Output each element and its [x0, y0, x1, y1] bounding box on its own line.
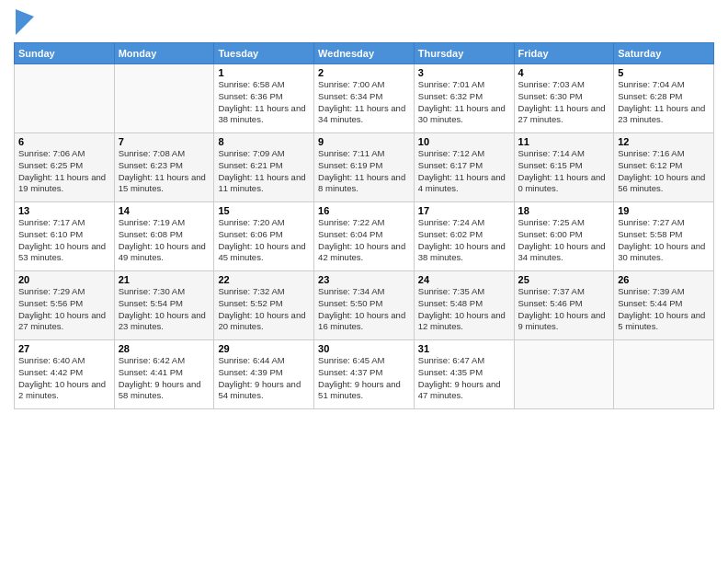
day-info: Sunrise: 7:00 AMSunset: 6:34 PMDaylight:…: [318, 79, 410, 126]
day-number: 25: [518, 274, 610, 285]
day-number: 30: [318, 343, 410, 354]
day-info: Sunrise: 6:58 AMSunset: 6:36 PMDaylight:…: [218, 79, 310, 126]
day-info: Sunrise: 7:06 AMSunset: 6:25 PMDaylight:…: [18, 148, 110, 195]
calendar-cell: 8Sunrise: 7:09 AMSunset: 6:21 PMDaylight…: [214, 133, 314, 202]
day-number: 16: [318, 205, 410, 216]
calendar: SundayMondayTuesdayWednesdayThursdayFrid…: [14, 42, 714, 409]
day-info: Sunrise: 7:11 AMSunset: 6:19 PMDaylight:…: [318, 148, 410, 195]
day-info: Sunrise: 7:16 AMSunset: 6:12 PMDaylight:…: [618, 148, 710, 195]
calendar-cell: 1Sunrise: 6:58 AMSunset: 6:36 PMDaylight…: [214, 64, 314, 133]
calendar-cell: 5Sunrise: 7:04 AMSunset: 6:28 PMDaylight…: [614, 64, 714, 133]
weekday-header: Friday: [514, 43, 614, 64]
day-number: 11: [518, 136, 610, 147]
day-number: 17: [418, 205, 510, 216]
header: [14, 9, 714, 35]
day-info: Sunrise: 6:40 AMSunset: 4:42 PMDaylight:…: [18, 355, 110, 402]
day-info: Sunrise: 7:19 AMSunset: 6:08 PMDaylight:…: [119, 217, 210, 264]
calendar-week-row: 1Sunrise: 6:58 AMSunset: 6:36 PMDaylight…: [15, 64, 714, 133]
day-number: 10: [418, 136, 510, 147]
day-info: Sunrise: 7:14 AMSunset: 6:15 PMDaylight:…: [518, 148, 610, 195]
weekday-header: Saturday: [614, 43, 714, 64]
day-number: 13: [18, 205, 110, 216]
page: SundayMondayTuesdayWednesdayThursdayFrid…: [0, 0, 728, 563]
day-number: 23: [318, 274, 410, 285]
calendar-cell: 6Sunrise: 7:06 AMSunset: 6:25 PMDaylight…: [15, 133, 115, 202]
day-info: Sunrise: 7:22 AMSunset: 6:04 PMDaylight:…: [318, 217, 410, 264]
weekday-header: Sunday: [15, 43, 115, 64]
calendar-week-row: 27Sunrise: 6:40 AMSunset: 4:42 PMDayligh…: [15, 340, 714, 409]
day-info: Sunrise: 6:44 AMSunset: 4:39 PMDaylight:…: [218, 355, 310, 402]
calendar-cell: 25Sunrise: 7:37 AMSunset: 5:46 PMDayligh…: [514, 271, 614, 340]
day-info: Sunrise: 7:09 AMSunset: 6:21 PMDaylight:…: [218, 148, 310, 195]
day-number: 8: [218, 136, 310, 147]
day-info: Sunrise: 7:08 AMSunset: 6:23 PMDaylight:…: [119, 148, 210, 195]
calendar-cell: 10Sunrise: 7:12 AMSunset: 6:17 PMDayligh…: [414, 133, 514, 202]
day-info: Sunrise: 7:17 AMSunset: 6:10 PMDaylight:…: [18, 217, 110, 264]
calendar-cell: [614, 340, 714, 409]
day-number: 15: [218, 205, 310, 216]
calendar-cell: 29Sunrise: 6:44 AMSunset: 4:39 PMDayligh…: [214, 340, 314, 409]
calendar-week-row: 6Sunrise: 7:06 AMSunset: 6:25 PMDaylight…: [15, 133, 714, 202]
weekday-header: Wednesday: [314, 43, 415, 64]
day-number: 31: [418, 343, 510, 354]
day-number: 22: [218, 274, 310, 285]
day-number: 14: [119, 205, 210, 216]
calendar-cell: 28Sunrise: 6:42 AMSunset: 4:41 PMDayligh…: [114, 340, 214, 409]
calendar-cell: 31Sunrise: 6:47 AMSunset: 4:35 PMDayligh…: [414, 340, 514, 409]
calendar-cell: 15Sunrise: 7:20 AMSunset: 6:06 PMDayligh…: [214, 202, 314, 271]
calendar-cell: 16Sunrise: 7:22 AMSunset: 6:04 PMDayligh…: [314, 202, 415, 271]
day-info: Sunrise: 7:04 AMSunset: 6:28 PMDaylight:…: [618, 79, 710, 126]
day-info: Sunrise: 7:01 AMSunset: 6:32 PMDaylight:…: [418, 79, 510, 126]
day-info: Sunrise: 7:35 AMSunset: 5:48 PMDaylight:…: [418, 286, 510, 333]
calendar-cell: 7Sunrise: 7:08 AMSunset: 6:23 PMDaylight…: [114, 133, 214, 202]
calendar-cell: 11Sunrise: 7:14 AMSunset: 6:15 PMDayligh…: [514, 133, 614, 202]
calendar-cell: 24Sunrise: 7:35 AMSunset: 5:48 PMDayligh…: [414, 271, 514, 340]
weekday-header: Thursday: [414, 43, 514, 64]
calendar-cell: 18Sunrise: 7:25 AMSunset: 6:00 PMDayligh…: [514, 202, 614, 271]
day-number: 12: [618, 136, 710, 147]
day-number: 20: [18, 274, 110, 285]
calendar-cell: 9Sunrise: 7:11 AMSunset: 6:19 PMDaylight…: [314, 133, 415, 202]
day-info: Sunrise: 7:39 AMSunset: 5:44 PMDaylight:…: [618, 286, 710, 333]
day-info: Sunrise: 7:29 AMSunset: 5:56 PMDaylight:…: [18, 286, 110, 333]
day-number: 28: [119, 343, 210, 354]
day-info: Sunrise: 6:47 AMSunset: 4:35 PMDaylight:…: [418, 355, 510, 402]
day-info: Sunrise: 7:24 AMSunset: 6:02 PMDaylight:…: [418, 217, 510, 264]
calendar-cell: 4Sunrise: 7:03 AMSunset: 6:30 PMDaylight…: [514, 64, 614, 133]
calendar-cell: 2Sunrise: 7:00 AMSunset: 6:34 PMDaylight…: [314, 64, 415, 133]
calendar-cell: 22Sunrise: 7:32 AMSunset: 5:52 PMDayligh…: [214, 271, 314, 340]
day-number: 24: [418, 274, 510, 285]
calendar-cell: 21Sunrise: 7:30 AMSunset: 5:54 PMDayligh…: [114, 271, 214, 340]
calendar-cell: 19Sunrise: 7:27 AMSunset: 5:58 PMDayligh…: [614, 202, 714, 271]
day-number: 6: [18, 136, 110, 147]
day-info: Sunrise: 7:12 AMSunset: 6:17 PMDaylight:…: [418, 148, 510, 195]
calendar-cell: 14Sunrise: 7:19 AMSunset: 6:08 PMDayligh…: [114, 202, 214, 271]
logo-icon: [16, 9, 34, 35]
calendar-cell: [114, 64, 214, 133]
calendar-cell: [514, 340, 614, 409]
calendar-cell: 3Sunrise: 7:01 AMSunset: 6:32 PMDaylight…: [414, 64, 514, 133]
weekday-header: Monday: [114, 43, 214, 64]
day-number: 5: [618, 67, 710, 78]
calendar-header-row: SundayMondayTuesdayWednesdayThursdayFrid…: [15, 43, 714, 64]
day-number: 2: [318, 67, 410, 78]
day-info: Sunrise: 6:42 AMSunset: 4:41 PMDaylight:…: [119, 355, 210, 402]
day-info: Sunrise: 7:25 AMSunset: 6:00 PMDaylight:…: [518, 217, 610, 264]
day-number: 29: [218, 343, 310, 354]
day-info: Sunrise: 6:45 AMSunset: 4:37 PMDaylight:…: [318, 355, 410, 402]
day-number: 18: [518, 205, 610, 216]
calendar-cell: 30Sunrise: 6:45 AMSunset: 4:37 PMDayligh…: [314, 340, 415, 409]
logo: [14, 9, 34, 35]
day-number: 21: [119, 274, 210, 285]
svg-marker-0: [16, 9, 34, 35]
calendar-week-row: 13Sunrise: 7:17 AMSunset: 6:10 PMDayligh…: [15, 202, 714, 271]
day-info: Sunrise: 7:34 AMSunset: 5:50 PMDaylight:…: [318, 286, 410, 333]
day-number: 26: [618, 274, 710, 285]
calendar-cell: [15, 64, 115, 133]
calendar-cell: 27Sunrise: 6:40 AMSunset: 4:42 PMDayligh…: [15, 340, 115, 409]
day-info: Sunrise: 7:32 AMSunset: 5:52 PMDaylight:…: [218, 286, 310, 333]
day-info: Sunrise: 7:03 AMSunset: 6:30 PMDaylight:…: [518, 79, 610, 126]
calendar-cell: 26Sunrise: 7:39 AMSunset: 5:44 PMDayligh…: [614, 271, 714, 340]
day-number: 27: [18, 343, 110, 354]
calendar-cell: 12Sunrise: 7:16 AMSunset: 6:12 PMDayligh…: [614, 133, 714, 202]
